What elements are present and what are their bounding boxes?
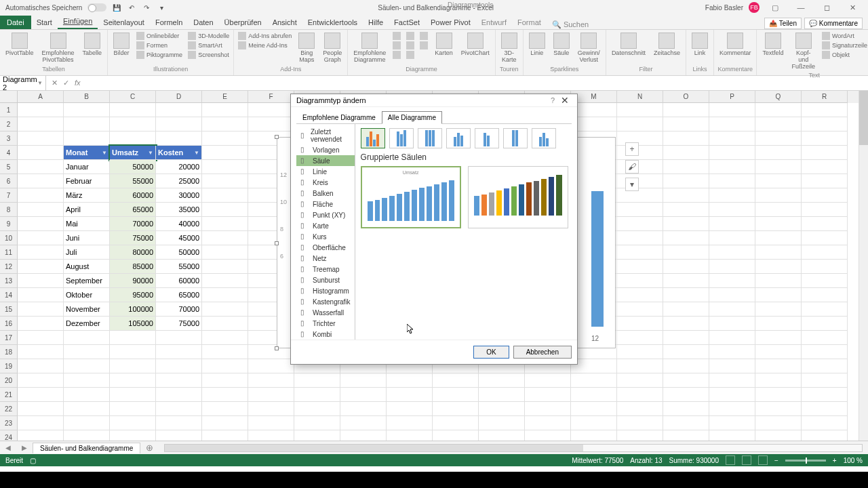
cell[interactable]: 50000 [110,160,156,174]
cell[interactable] [156,402,202,416]
cell[interactable] [802,274,848,288]
row-header[interactable]: 6 [0,174,18,188]
cell[interactable] [340,402,387,416]
cell[interactable] [802,131,848,146]
combo-chart-icon[interactable] [405,50,416,60]
cell[interactable] [479,388,525,402]
chart-category-item[interactable]: ▯Linie [296,166,355,177]
sheet-tab-active[interactable]: Säulen- und Balkendiagramme [33,443,140,453]
cell[interactable] [202,203,248,217]
cell[interactable] [755,388,802,402]
cell[interactable] [755,373,802,388]
timeline-button[interactable]: Zeitachse [651,31,683,58]
cell[interactable] [110,402,156,416]
cell[interactable] [248,402,294,416]
cell[interactable]: 65000 [156,288,202,302]
cell[interactable] [709,131,755,146]
cell[interactable] [617,146,663,160]
cell[interactable] [202,103,248,117]
cell[interactable] [202,274,248,288]
cell[interactable] [617,388,663,402]
cell[interactable] [663,260,709,274]
column-header[interactable]: R [802,91,848,103]
cell[interactable] [571,402,617,416]
chart-category-item[interactable]: ▯Kurs [296,231,355,242]
cell[interactable] [525,430,571,441]
cell[interactable] [755,188,802,203]
cell[interactable] [18,174,64,188]
cell[interactable] [709,160,755,174]
chart-category-item[interactable]: ▯Kombi [296,329,355,340]
cell[interactable] [110,117,156,131]
cell[interactable] [709,302,755,317]
cell[interactable] [248,416,294,430]
cell[interactable] [156,359,202,373]
cell[interactable] [802,302,848,317]
cell[interactable]: Februar [64,174,110,188]
cell[interactable] [709,103,755,117]
cell[interactable] [156,345,202,359]
cell[interactable] [525,373,571,388]
cell[interactable] [202,288,248,302]
tab-data[interactable]: Daten [188,16,218,29]
cell[interactable]: 20000 [156,160,202,174]
zoom-in-icon[interactable]: + [833,457,837,464]
chart-handle[interactable] [275,241,279,245]
cell[interactable] [110,103,156,117]
cell[interactable]: August [64,260,110,274]
cell[interactable] [663,359,709,373]
cell[interactable] [709,231,755,245]
recommended-pivot-button[interactable]: Empfohlene PivotTables [39,31,77,65]
smartart-button[interactable]: SmartArt [186,41,231,50]
subtype-3d-100stacked[interactable] [503,128,528,148]
dialog-close-button[interactable]: ✕ [558,95,572,106]
horizontal-scrollbar[interactable] [164,444,863,452]
cell[interactable] [755,430,802,441]
cell[interactable] [18,117,64,131]
tab-chartformat[interactable]: Format [512,16,547,29]
cell[interactable] [18,331,64,345]
cell[interactable] [663,217,709,231]
cell[interactable] [202,146,248,160]
minimize-icon[interactable]: — [791,2,811,13]
cell[interactable]: 70000 [156,302,202,317]
share-button[interactable]: 📤 Teilen [764,18,802,29]
cell[interactable] [202,131,248,146]
cell[interactable] [18,274,64,288]
cell[interactable] [64,402,110,416]
cell[interactable] [617,331,663,345]
cell[interactable] [663,188,709,203]
tab-review[interactable]: Überprüfen [219,16,267,29]
cell[interactable] [387,373,433,388]
select-all-cell[interactable] [0,91,18,103]
statistic-chart-icon[interactable] [405,41,416,50]
cell[interactable] [156,388,202,402]
cell[interactable] [709,260,755,274]
cell[interactable] [18,345,64,359]
chart-category-item[interactable]: ▯Trichter [296,318,355,329]
headerfooter-button[interactable]: Kopf- und Fußzeile [789,31,818,72]
tab-file[interactable]: Datei [0,16,31,29]
cell[interactable] [248,359,294,373]
cell[interactable]: Oktober [64,288,110,302]
cell[interactable] [571,117,617,131]
sheet-nav-next-icon[interactable]: ▶ [16,444,33,451]
cell[interactable] [709,274,755,288]
cell[interactable]: 85000 [110,260,156,274]
cell[interactable] [479,430,525,441]
add-sheet-button[interactable]: ⊕ [140,443,159,453]
cell[interactable] [755,160,802,174]
cell[interactable] [156,373,202,388]
cell[interactable] [709,359,755,373]
row-header[interactable]: 18 [0,345,18,359]
cell[interactable] [18,146,64,160]
cell[interactable] [571,103,617,117]
cell[interactable] [709,203,755,217]
pivottable-button[interactable]: PivotTable [3,31,37,58]
cell[interactable]: Kosten▼ [156,146,202,160]
row-header[interactable]: 22 [0,402,18,416]
cell[interactable] [663,317,709,331]
column-header[interactable]: A [18,91,64,103]
cell[interactable] [663,231,709,245]
chart-category-item[interactable]: ▯Fläche [296,199,355,209]
